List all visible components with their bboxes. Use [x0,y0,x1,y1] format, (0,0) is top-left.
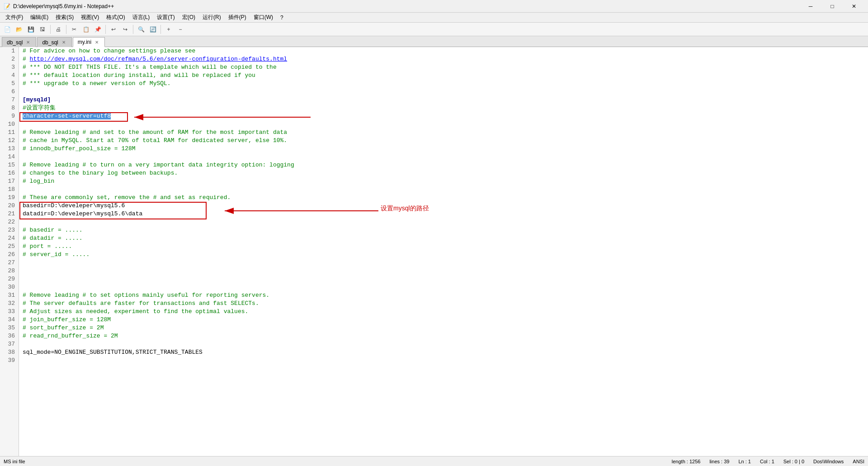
title-bar: 📝 D:\develeper\mysql5.6\my.ini - Notepad… [0,0,868,13]
menu-item-w[interactable]: 窗口(W) [250,13,277,22]
new-button[interactable]: 📄 [2,24,13,35]
line-num-19: 19 [4,194,15,202]
code-line-5: # *** upgrade to a newer version of MySQ… [19,80,868,88]
menu-item-v[interactable]: 视图(V) [77,13,103,22]
line-num-28: 28 [4,267,15,275]
paste-button[interactable]: 📌 [92,24,103,35]
line-num-36: 36 [4,332,15,340]
code-line-35: # sort_buffer_size = 2M [19,324,868,332]
file-type: MS ini file [4,459,25,464]
code-line-27 [19,259,868,267]
line-num-7: 7 [4,96,15,104]
code-line-2: # http://dev.mysql.com/doc/refman/5.6/en… [19,55,868,63]
menu-item-o[interactable]: 宏(O) [179,13,199,22]
menu-item-p[interactable]: 插件(P) [225,13,250,22]
code-line-1: # For advice on how to change settings p… [19,47,868,55]
code-line-15: # Remove leading # to turn on a very imp… [19,161,868,169]
code-line-10 [19,120,868,128]
tabs-bar: db_sql ✕ db_sql ✕ my.ini ✕ [0,36,868,47]
zoom-out-button[interactable]: − [175,24,186,35]
length-info: length : 1256 [672,459,701,464]
code-line-9: character-set-server=utf8 [19,112,868,120]
open-button[interactable]: 📂 [14,24,24,35]
line-numbers: 1234567891011121314151617181920212223242… [0,47,19,456]
code-line-29 [19,275,868,283]
line-num-25: 25 [4,243,15,251]
menu-item-r[interactable]: 运行(R) [199,13,225,22]
tab-label: db_sql [7,39,23,46]
line-num-33: 33 [4,308,15,316]
menu-item-e[interactable]: 编辑(E) [27,13,52,22]
minimize-button[interactable]: ─ [800,0,821,13]
code-line-16: # changes to the binary log between back… [19,169,868,177]
line-num-34: 34 [4,316,15,324]
menu-item-t[interactable]: 设置(T) [153,13,178,22]
print-button[interactable]: 🖨 [53,24,64,35]
tab-db-sql-2[interactable]: db_sql ✕ [37,37,71,47]
line-num-38: 38 [4,348,15,357]
maximize-button[interactable]: □ [822,0,843,13]
close-button[interactable]: ✕ [844,0,864,13]
tab-label-active: my.ini [78,39,91,45]
zoom-in-button[interactable]: + [163,24,174,35]
status-left: MS ini file [4,459,25,464]
code-area[interactable]: # For advice on how to change settings p… [19,47,868,456]
code-line-30 [19,283,868,291]
code-line-24: # datadir = ..... [19,234,868,243]
line-num-2: 2 [4,55,15,63]
line-num-22: 22 [4,218,15,226]
tab-close-2[interactable]: ✕ [61,39,67,46]
line-num-20: 20 [4,202,15,210]
menu-item-[interactable]: ? [277,13,287,22]
code-line-34: # join_buffer_size = 128M [19,316,868,324]
ln-info: Ln : 1 [738,459,751,464]
line-num-30: 30 [4,283,15,291]
menu-item-f[interactable]: 文件(F) [2,13,27,22]
find-button[interactable]: 🔍 [136,24,146,35]
line-num-9: 9 [4,112,15,120]
code-line-22 [19,218,868,226]
tab-close-active[interactable]: ✕ [94,39,100,45]
line-ending: Dos\Windows [813,459,844,464]
code-line-28 [19,267,868,275]
line-num-10: 10 [4,120,15,128]
line-num-12: 12 [4,137,15,145]
code-line-3: # *** DO NOT EDIT THIS FILE. It's a temp… [19,63,868,71]
code-line-17: # log_bin [19,177,868,185]
tab-my-ini[interactable]: my.ini ✕ [73,37,105,47]
replace-button[interactable]: 🔄 [147,24,158,35]
line-num-35: 35 [4,324,15,332]
line-num-14: 14 [4,153,15,161]
window-controls: ─ □ ✕ [800,0,864,13]
code-line-23: # basedir = ..... [19,226,868,234]
toolbar-separator-3 [105,25,106,34]
sel-info: Sel : 0 | 0 [783,459,804,464]
code-line-8: #设置字符集 [19,104,868,112]
menu-item-l[interactable]: 语言(L) [129,13,154,22]
code-line-32: # The server defaults are faster for tra… [19,300,868,308]
tab-close-1[interactable]: ✕ [25,39,31,46]
toolbar: 📄 📂 💾 🖫 🖨 ✂ 📋 📌 ↩ ↪ 🔍 🔄 + − [0,23,868,36]
line-num-5: 5 [4,80,15,88]
cut-button[interactable]: ✂ [69,24,80,35]
line-num-13: 13 [4,145,15,153]
code-line-39 [19,357,868,365]
save-button[interactable]: 💾 [25,24,36,35]
line-num-39: 39 [4,357,15,365]
menu-item-s[interactable]: 搜索(S) [52,13,77,22]
code-line-18 [19,185,868,194]
undo-button[interactable]: ↩ [108,24,119,35]
toolbar-separator-5 [160,25,161,34]
code-line-38: sql_mode=NO_ENGINE_SUBSTITUTION,STRICT_T… [19,348,868,357]
line-num-24: 24 [4,234,15,243]
copy-button[interactable]: 📋 [80,24,91,35]
code-line-36: # read_rnd_buffer_size = 2M [19,332,868,340]
line-num-3: 3 [4,63,15,71]
redo-button[interactable]: ↪ [120,24,131,35]
code-line-12: # cache in MySQL. Start at 70% of total … [19,137,868,145]
line-num-23: 23 [4,226,15,234]
tab-db-sql-1[interactable]: db_sql ✕ [2,37,36,47]
comment-link-url: http://dev.mysql.com/doc/refman/5.6/en/s… [30,56,288,62]
menu-item-o[interactable]: 格式(O) [103,13,128,22]
save-all-button[interactable]: 🖫 [37,24,48,35]
